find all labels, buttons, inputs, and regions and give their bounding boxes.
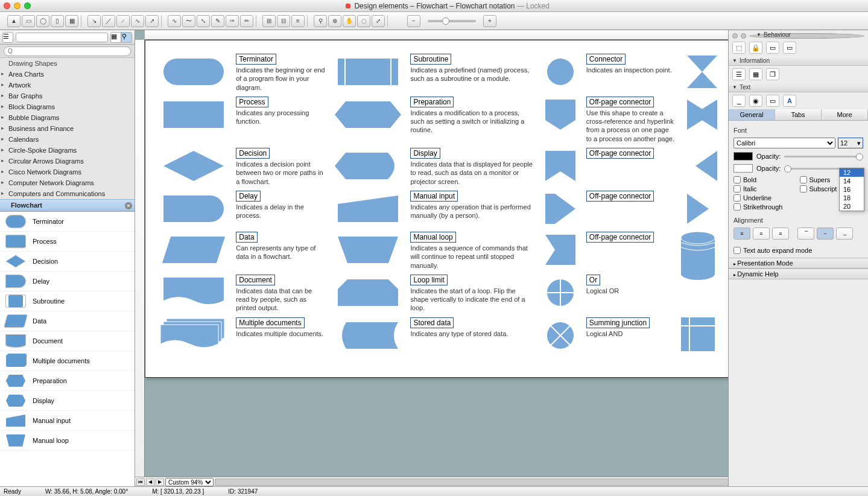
font-family-select[interactable]: Calibri [733,138,835,148]
shape-Data[interactable] [156,232,231,268]
page-prev-icon[interactable]: ◀ [146,479,154,486]
info-copy-icon[interactable]: ❐ [766,68,779,80]
stencil-item[interactable]: Multiple documents [0,351,135,371]
highlight-color-swatch[interactable] [733,164,753,173]
shape-Off-page connector[interactable] [539,148,581,184]
valign-top-icon[interactable]: ⎺ [797,227,814,240]
arc-tool-icon[interactable]: ⟋ [116,15,130,27]
align-tool-icon[interactable]: ≡ [291,15,305,27]
library-category[interactable]: Circle-Spoke Diagrams [0,145,135,156]
page-next-icon[interactable]: ▶ [156,479,164,486]
shape-extra[interactable] [681,97,723,133]
behaviour-resize-icon[interactable]: ⬚ [732,42,746,54]
library-view-icon[interactable]: ☰ [2,32,13,43]
eyedropper-icon[interactable]: ⤢ [372,15,385,27]
zoom-in-icon[interactable]: ⊕ [328,15,341,27]
library-category[interactable]: Bar Graphs [0,91,135,101]
text-tool-icon[interactable]: ▯ [51,15,64,27]
text-box-icon[interactable]: ▭ [766,95,779,107]
freehand-tool-icon[interactable]: ✎ [211,15,224,27]
behaviour-print-icon[interactable]: ▭ [766,42,779,54]
text-header[interactable]: Text [729,83,868,92]
zoom-window-icon[interactable] [24,2,31,9]
zoom-out-icon[interactable]: − [407,15,420,27]
spline-tool-icon[interactable]: ∿ [131,15,144,27]
text-color-swatch[interactable] [733,152,753,161]
line-tool-icon[interactable]: ／ [102,15,115,27]
shape-Loop limit[interactable] [331,275,405,311]
shape-Manual loop[interactable] [331,232,405,268]
zoom-in-button-icon[interactable]: + [483,15,496,27]
info-note-icon[interactable]: ☰ [732,68,746,80]
library-category[interactable]: Calendars [0,134,135,145]
behaviour-header[interactable]: Behaviour [753,30,868,39]
underline-checkbox[interactable]: Underline [733,194,797,202]
tab-general[interactable]: General [729,109,775,120]
shape-Off-page connector[interactable] [539,232,581,268]
font-size-option[interactable]: 14 [840,177,864,185]
library-category[interactable]: Cisco Network Diagrams [0,167,135,177]
library-category[interactable]: Business and Finance [0,123,135,134]
text-opacity-slider[interactable] [784,156,863,157]
shape-Document[interactable] [156,275,231,311]
library-filter-input[interactable] [16,33,108,42]
font-size-option[interactable]: 18 [840,194,864,202]
stencil-item[interactable]: Subroutine [0,291,135,311]
minimize-window-icon[interactable] [14,2,21,9]
pan-tool-icon[interactable]: ✋ [343,15,356,27]
library-category-selected[interactable]: Flowchart × [0,199,135,211]
library-search-input[interactable] [4,46,131,56]
shape-extra[interactable] [681,191,723,227]
shape-Decision[interactable] [156,148,231,184]
info-data-icon[interactable]: ▦ [749,68,762,80]
tab-more[interactable]: More [822,109,868,120]
zoom-tool-icon[interactable]: ⚲ [314,15,327,27]
shape-Connector[interactable] [539,54,581,90]
bezier-tool-icon[interactable]: 〜 [182,15,195,27]
page-first-icon[interactable]: ⏮ [136,479,145,486]
font-size-option[interactable]: 16 [840,185,864,194]
behaviour-layer-icon[interactable]: ▭ [783,42,796,54]
stencil-item[interactable]: Terminator [0,212,135,232]
zoom-select[interactable]: Custom 94% [165,478,214,486]
ungroup-tool-icon[interactable]: ⊟ [277,15,290,27]
library-category[interactable]: Computers and Communications [0,188,135,199]
stencil-item[interactable]: Manual input [0,411,135,431]
stencil-item[interactable]: Data [0,311,135,331]
connector-tool-icon[interactable]: ↘ [87,15,101,27]
polyline-tool-icon[interactable]: ⤡ [197,15,210,27]
text-underline-icon[interactable]: ⎯ [732,95,746,107]
shape-Off-page connector[interactable] [539,191,581,227]
shape-Stored data[interactable] [331,317,405,354]
library-category[interactable]: Circular Arrows Diagrams [0,156,135,167]
curve-tool-icon[interactable]: ∿ [168,15,181,27]
dynamic-help-section[interactable]: Dynamic Help [729,269,868,279]
pencil-tool-icon[interactable]: ✏ [240,15,253,27]
shape-Internal-storage[interactable] [681,317,723,351]
rect-tool-icon[interactable]: ▭ [22,15,35,27]
lasso-tool-icon[interactable]: ◌ [357,15,370,27]
stencil-item[interactable]: Document [0,331,135,351]
close-window-icon[interactable] [4,2,10,9]
shape-Preparation[interactable] [331,97,405,133]
library-category[interactable]: Computer Network Diagrams [0,177,135,188]
shape-Process[interactable] [156,97,231,133]
close-library-icon[interactable]: × [125,202,132,209]
stencil-item[interactable]: Manual loop [0,431,135,451]
stencil-item[interactable]: Process [0,232,135,252]
inspector-close-icon[interactable] [732,33,738,39]
tab-tabs[interactable]: Tabs [775,109,822,120]
shape-Manual input[interactable] [331,191,405,227]
inspector-min-icon[interactable] [741,33,746,39]
stencil-item[interactable]: Decision [0,252,135,272]
font-size-option[interactable]: 20 [840,202,864,211]
library-category[interactable]: Artwork [0,80,135,91]
information-header[interactable]: Information [729,56,868,66]
valign-bottom-icon[interactable]: ⎽ [836,227,853,240]
library-grid-view-icon[interactable]: ▦ [110,32,121,43]
library-category[interactable]: Bubble Diagrams [0,112,135,123]
shape-Display[interactable] [331,148,405,184]
auto-expand-checkbox[interactable]: Text auto expand mode [733,247,863,254]
valign-middle-icon[interactable]: − [817,227,834,240]
text-font-icon[interactable]: A [783,95,796,107]
